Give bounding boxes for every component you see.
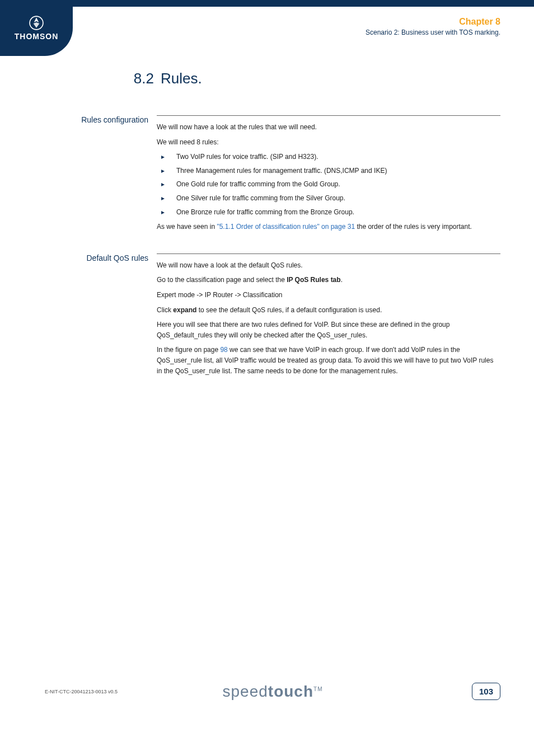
bold-text: expand — [173, 306, 196, 314]
body-text: Here you will see that there are two rul… — [157, 320, 500, 340]
list-item: One Gold rule for traffic comming from t… — [157, 179, 500, 190]
trademark-symbol: TM — [313, 685, 322, 692]
rules-configuration-section: Rules configuration We will now have a l… — [45, 115, 500, 237]
text-run: Click — [157, 306, 173, 314]
document-reference: E-NIT-CTC-20041213-0013 v0.5 — [45, 689, 118, 694]
list-item: One Bronze rule for traffic comming from… — [157, 207, 500, 218]
body-text: In the figure on page 98 we can see that… — [157, 345, 500, 376]
brand-light: speed — [223, 683, 268, 700]
default-qos-section: Default QoS rules We will now have a loo… — [45, 253, 500, 381]
cross-reference-link[interactable]: "5.1.1 Order of classification rules" on… — [217, 223, 355, 231]
scenario-label: Scenario 2: Business user with TOS marki… — [366, 29, 500, 36]
text-run: to see the default QoS rules, if a defau… — [196, 306, 382, 314]
text-run: Go to the classification page and select… — [157, 276, 287, 284]
page-number: 103 — [472, 683, 500, 700]
section-number: 8.2 — [123, 70, 154, 87]
body-text: As we have seen in "5.1.1 Order of class… — [157, 222, 500, 232]
text-run: the order of the rules is very important… — [355, 223, 472, 231]
rules-config-label: Rules configuration — [45, 115, 157, 124]
rules-config-body: We will now have a look at the rules tha… — [157, 115, 500, 237]
default-qos-label: Default QoS rules — [45, 253, 157, 262]
text-run: In the figure on page — [157, 346, 220, 354]
rules-list: Two VoIP rules for voice traffic. (SIP a… — [157, 152, 500, 217]
section-title: 8.2Rules. — [123, 70, 500, 87]
body-text: Click expand to see the default QoS rule… — [157, 305, 500, 316]
speedtouch-brand: speedtouchTM — [223, 683, 323, 701]
header-bar — [0, 0, 534, 7]
cross-reference-link[interactable]: 98 — [220, 346, 227, 354]
brand-logo-text: THOMSON — [15, 32, 59, 41]
page-header: Chapter 8 Scenario 2: Business user with… — [366, 17, 500, 36]
thomson-logo-icon — [29, 16, 44, 30]
text-run: . — [341, 276, 343, 284]
brand-bold: touch — [268, 683, 313, 700]
body-text: Expert mode -> IP Router -> Classificati… — [157, 290, 500, 300]
body-text: We will need 8 rules: — [157, 137, 500, 148]
brand-logo: THOMSON — [0, 0, 73, 56]
body-text: We will now have a look at the default Q… — [157, 260, 500, 271]
body-text: Go to the classification page and select… — [157, 275, 500, 285]
default-qos-body: We will now have a look at the default Q… — [157, 253, 500, 381]
body-text: We will now have a look at the rules tha… — [157, 122, 500, 133]
content-area: 8.2Rules. Rules configuration We will no… — [45, 70, 500, 381]
section-name: Rules. — [161, 70, 202, 87]
list-item: Two VoIP rules for voice traffic. (SIP a… — [157, 152, 500, 162]
list-item: Three Management rules for management tr… — [157, 166, 500, 176]
bold-text: IP QoS Rules tab — [287, 276, 340, 284]
chapter-label: Chapter 8 — [366, 17, 500, 27]
text-run: As we have seen in — [157, 223, 217, 231]
page-footer: E-NIT-CTC-20041213-0013 v0.5 speedtouchT… — [45, 683, 500, 700]
list-item: One Silver rule for traffic comming from… — [157, 193, 500, 204]
